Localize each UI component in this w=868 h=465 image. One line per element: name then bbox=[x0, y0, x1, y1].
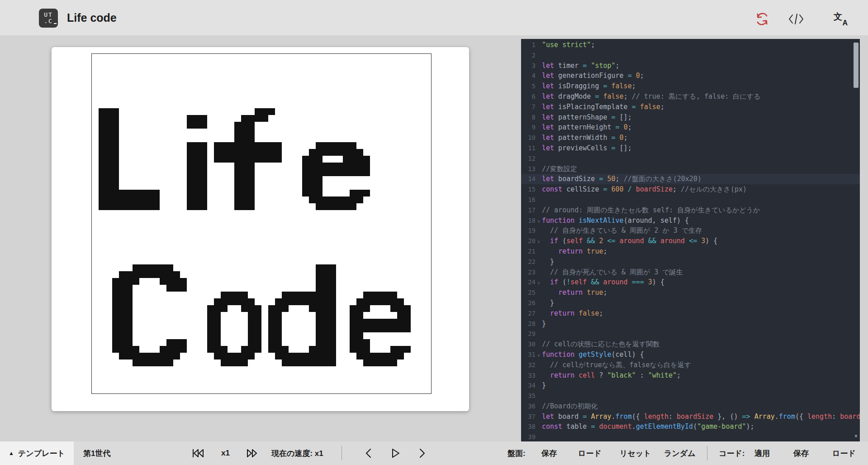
speed-up-icon[interactable] bbox=[246, 441, 258, 465]
line-number: 24 bbox=[521, 277, 536, 288]
fold-arrow-icon[interactable]: ∨ bbox=[536, 278, 542, 288]
code-text: return cell ? "black" : "white"; bbox=[542, 371, 681, 379]
board-reset-button[interactable]: リセット bbox=[620, 441, 651, 465]
line-number: 1 bbox=[521, 40, 536, 50]
code-view-icon[interactable] bbox=[788, 11, 804, 27]
code-line[interactable]: 13//変数設定 bbox=[521, 164, 860, 174]
code-line[interactable]: 35 bbox=[521, 391, 860, 401]
code-apply-button[interactable]: 適用 bbox=[754, 441, 770, 465]
board-save-button[interactable]: 保存 bbox=[541, 441, 557, 465]
line-number: 2 bbox=[521, 50, 536, 61]
code-text: function isNextAlive(around, self) { bbox=[542, 216, 689, 225]
fold-arrow-icon[interactable]: ∨ bbox=[536, 216, 542, 227]
code-line[interactable]: 5let isDragging = false; bbox=[521, 81, 860, 91]
fold-arrow-icon[interactable]: ∨ bbox=[536, 237, 542, 247]
code-line[interactable]: 23 // 自身が死んでいる & 周囲が 3 で誕生 bbox=[521, 267, 860, 278]
code-line[interactable]: 8let patternShape = []; bbox=[521, 112, 860, 123]
line-number: 18 bbox=[521, 216, 536, 226]
code-line[interactable]: 11let previewCells = []; bbox=[521, 143, 860, 153]
line-number: 11 bbox=[521, 143, 536, 153]
code-line[interactable]: 21 return true; bbox=[521, 246, 860, 257]
code-line[interactable]: 9let patternHeight = 0; bbox=[521, 122, 860, 133]
code-line[interactable]: 16 bbox=[521, 195, 860, 205]
line-number: 22 bbox=[521, 257, 536, 267]
code-line[interactable]: 27 return false; bbox=[521, 308, 860, 319]
logo-text-top: UT bbox=[44, 12, 53, 18]
code-line[interactable]: 17// around: 周囲の生きたセル数 self: 自身が生きているかどう… bbox=[521, 205, 860, 216]
code-line[interactable]: 32 // cellがtrueなら黒、falseなら白を返す bbox=[521, 360, 860, 370]
code-editor[interactable]: 1"use strict";23let timer = "stop";4let … bbox=[521, 39, 860, 441]
line-number: 12 bbox=[521, 153, 536, 164]
line-number: 34 bbox=[521, 380, 536, 391]
code-line[interactable]: 20∨ if (self && 2 <= around && around <=… bbox=[521, 236, 860, 246]
code-text: const cellSize = 600 / boardSize; //セルの大… bbox=[542, 185, 747, 193]
code-load-button[interactable]: ロード bbox=[832, 441, 856, 465]
scrollbar-thumb[interactable] bbox=[854, 43, 859, 88]
logo-cursor bbox=[54, 23, 57, 24]
code-text: // around: 周囲の生きたセル数 self: 自身が生きているかどうか bbox=[542, 206, 760, 214]
step-forward-icon[interactable] bbox=[418, 441, 427, 465]
translate-icon[interactable]: 文 A bbox=[833, 11, 849, 27]
play-icon[interactable] bbox=[390, 441, 401, 465]
line-number: 3 bbox=[521, 61, 536, 71]
scrollbar-down-arrow-icon[interactable]: ▼ bbox=[853, 433, 859, 439]
template-button-label: テンプレート bbox=[18, 448, 65, 459]
code-line[interactable]: 26 } bbox=[521, 298, 860, 308]
line-number: 26 bbox=[521, 298, 536, 308]
toolbar-divider bbox=[342, 446, 342, 460]
editor-scrollbar[interactable]: ▼ bbox=[852, 39, 860, 441]
app-logo: UT .C bbox=[39, 9, 58, 28]
code-line[interactable]: 33 return cell ? "black" : "white"; bbox=[521, 370, 860, 381]
code-line[interactable]: 10let patternWidth = 0; bbox=[521, 133, 860, 143]
code-text: function getStyle(cell) { bbox=[542, 350, 644, 359]
code-line[interactable]: 30// cellの状態に応じた色を返す関数 bbox=[521, 339, 860, 350]
code-line[interactable]: 12 bbox=[521, 153, 860, 164]
code-line[interactable]: 34} bbox=[521, 380, 860, 391]
code-line[interactable]: 1"use strict"; bbox=[521, 40, 860, 50]
code-line[interactable]: 14let boardSize = 50; //盤面の大きさ(20x20) bbox=[521, 174, 860, 184]
board-load-button[interactable]: ロード bbox=[578, 441, 602, 465]
code-text: let patternWidth = 0; bbox=[542, 134, 628, 142]
code-line[interactable]: 25 return true; bbox=[521, 288, 860, 298]
fold-arrow-icon[interactable]: ∨ bbox=[536, 350, 542, 361]
code-line[interactable]: 22 } bbox=[521, 257, 860, 267]
logo-text-bottom: .C bbox=[44, 18, 53, 24]
game-board[interactable] bbox=[92, 54, 431, 393]
speed-down-icon[interactable] bbox=[191, 441, 205, 465]
code-line[interactable]: 7let isPlacingTemplate = false; bbox=[521, 102, 860, 112]
line-number: 9 bbox=[521, 122, 536, 133]
code-text: let patternHeight = 0; bbox=[542, 123, 632, 131]
refresh-icon[interactable] bbox=[754, 11, 770, 27]
code-line[interactable]: 24∨ if (!self && around === 3) { bbox=[521, 277, 860, 288]
code-line[interactable]: 38const table = document.getElementById(… bbox=[521, 422, 860, 432]
template-button[interactable]: ▲ テンプレート bbox=[0, 441, 74, 465]
code-line[interactable]: 3let timer = "stop"; bbox=[521, 61, 860, 71]
line-number: 25 bbox=[521, 288, 536, 298]
code-lines: 1"use strict";23let timer = "stop";4let … bbox=[521, 40, 860, 441]
board-random-button[interactable]: ランダム bbox=[664, 441, 696, 465]
app-header: UT .C Life code 文 A bbox=[0, 0, 868, 35]
line-number: 19 bbox=[521, 225, 536, 236]
code-line[interactable]: 18∨function isNextAlive(around, self) { bbox=[521, 216, 860, 226]
code-line[interactable]: 39 bbox=[521, 432, 860, 441]
code-text: if (self && 2 <= around && around <= 3) … bbox=[542, 237, 717, 245]
code-line[interactable]: 37let board = Array.from({ length: board… bbox=[521, 412, 860, 422]
code-line[interactable]: 2 bbox=[521, 50, 860, 61]
code-line[interactable]: 19 // 自身が生きている & 周囲が 2 か 3 で生存 bbox=[521, 225, 860, 236]
code-line[interactable]: 29 bbox=[521, 329, 860, 339]
code-line[interactable]: 31∨function getStyle(cell) { bbox=[521, 350, 860, 360]
code-line[interactable]: 36//Boardの初期化 bbox=[521, 401, 860, 412]
code-line[interactable]: 4let generationFigure = 0; bbox=[521, 71, 860, 81]
code-line[interactable]: 28} bbox=[521, 319, 860, 329]
step-back-icon[interactable] bbox=[364, 441, 372, 465]
code-save-button[interactable]: 保存 bbox=[793, 441, 809, 465]
toolbar-divider bbox=[707, 446, 707, 460]
line-number: 36 bbox=[521, 401, 536, 412]
line-number: 31 bbox=[521, 350, 536, 360]
code-text: return true; bbox=[542, 288, 607, 297]
code-text: //変数設定 bbox=[542, 165, 577, 173]
code-line[interactable]: 6let dragMode = false; // true: 黒にする, fa… bbox=[521, 91, 860, 102]
code-line[interactable]: 15const cellSize = 600 / boardSize; //セル… bbox=[521, 184, 860, 195]
line-number: 16 bbox=[521, 195, 536, 205]
code-text: let generationFigure = 0; bbox=[542, 72, 644, 80]
